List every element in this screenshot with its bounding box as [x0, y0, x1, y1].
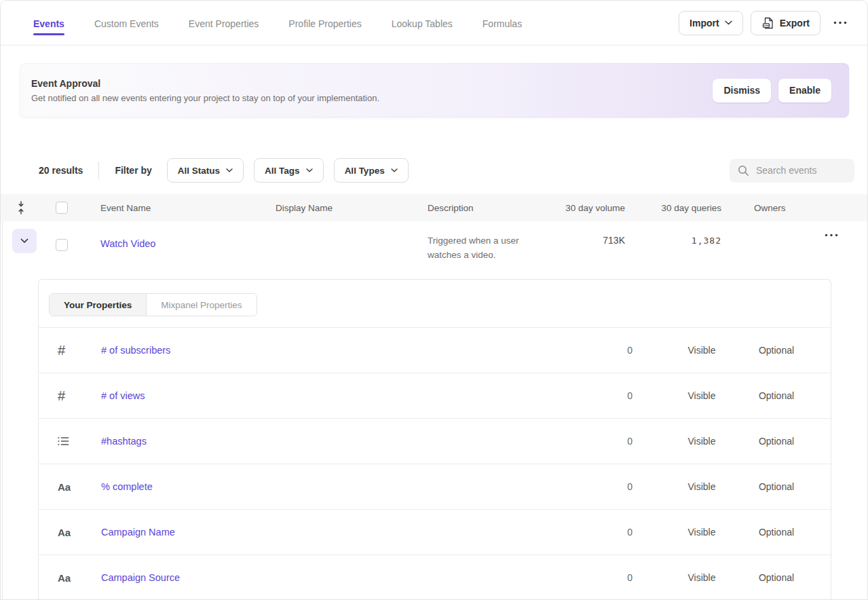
- divider: [98, 162, 99, 179]
- property-visibility: Visible: [681, 436, 722, 447]
- banner-title: Event Approval: [31, 78, 713, 89]
- csv-file-icon: csv: [761, 16, 774, 30]
- left-hairline: [2, 221, 3, 599]
- list-icon: [58, 436, 69, 446]
- export-button-label: Export: [780, 18, 810, 29]
- export-button[interactable]: csv Export: [751, 11, 820, 35]
- ellipsis-icon: [833, 21, 847, 24]
- text-icon: Aa: [58, 481, 71, 493]
- tab-events[interactable]: Events: [33, 3, 64, 43]
- enable-button[interactable]: Enable: [778, 79, 831, 102]
- property-queries: 0: [580, 572, 681, 583]
- search-events-input[interactable]: [756, 165, 846, 176]
- property-visibility: Visible: [681, 345, 722, 356]
- event-table-row: Watch Video Triggered when a user watche…: [1, 221, 867, 269]
- property-requirement: Optional: [722, 572, 831, 583]
- property-queries: 0: [580, 436, 681, 447]
- property-queries: 0: [580, 390, 681, 401]
- property-queries: 0: [580, 527, 681, 538]
- chevron-down-icon: [226, 168, 233, 172]
- column-header-queries[interactable]: 30 day queries: [625, 203, 721, 213]
- event-approval-banner: Event Approval Get notified on all new e…: [20, 63, 849, 117]
- column-header-owners[interactable]: Owners: [721, 203, 867, 213]
- chevron-down-icon: [391, 168, 398, 172]
- top-nav: Events Custom Events Event Properties Pr…: [1, 1, 867, 45]
- event-name-link[interactable]: Watch Video: [100, 238, 155, 249]
- svg-text:csv: csv: [763, 24, 769, 27]
- chevron-down-icon: [20, 238, 29, 244]
- property-name-link[interactable]: #hashtags: [101, 436, 147, 447]
- property-visibility: Visible: [681, 481, 722, 492]
- text-icon: Aa: [58, 572, 71, 584]
- tags-filter-dropdown[interactable]: All Tags: [254, 158, 324, 183]
- property-name-link[interactable]: Campaign Name: [101, 527, 175, 538]
- nav-overflow-button[interactable]: [828, 17, 852, 29]
- text-icon: Aa: [58, 527, 71, 538]
- chevron-down-icon: [725, 20, 732, 25]
- select-all-checkbox[interactable]: [56, 202, 68, 214]
- property-row: #hashtags 0 Visible Optional: [39, 419, 831, 464]
- types-filter-dropdown[interactable]: All Types: [334, 158, 409, 183]
- status-filter-label: All Status: [178, 166, 220, 176]
- number-icon: #: [58, 388, 65, 404]
- tab-custom-events[interactable]: Custom Events: [94, 3, 159, 43]
- column-header-display-name[interactable]: Display Name: [276, 203, 428, 213]
- tab-your-properties[interactable]: Your Properties: [50, 294, 147, 316]
- search-icon: [738, 165, 749, 176]
- properties-tabs: Your Properties Mixpanel Properties: [49, 293, 257, 316]
- property-requirement: Optional: [722, 527, 831, 538]
- search-events-box[interactable]: [730, 159, 854, 183]
- property-visibility: Visible: [681, 572, 722, 583]
- row-checkbox[interactable]: [56, 239, 68, 251]
- events-table-header: Event Name Display Name Description 30 d…: [1, 194, 867, 221]
- property-visibility: Visible: [681, 390, 722, 401]
- property-name-link[interactable]: % complete: [101, 481, 153, 492]
- tab-event-properties[interactable]: Event Properties: [189, 3, 259, 43]
- banner-subtitle: Get notified on all new events entering …: [31, 93, 713, 103]
- property-name-link[interactable]: # of subscribers: [101, 345, 170, 356]
- types-filter-label: All Types: [345, 166, 385, 176]
- filter-by-label: Filter by: [115, 165, 151, 176]
- event-description-line1: Triggered when a user: [428, 234, 556, 248]
- event-description: Triggered when a user watches a video.: [428, 221, 556, 263]
- column-header-description[interactable]: Description: [428, 203, 556, 213]
- event-queries-value: 1,382: [625, 221, 721, 246]
- property-name-link[interactable]: # of views: [101, 390, 145, 401]
- column-header-event-name[interactable]: Event Name: [100, 203, 276, 213]
- property-row: Aa Campaign Name 0 Visible Optional: [39, 510, 831, 555]
- property-requirement: Optional: [722, 390, 831, 401]
- filter-row: 20 results Filter by All Status All Tags…: [39, 158, 854, 183]
- import-button[interactable]: Import: [679, 11, 743, 35]
- event-properties-panel: Your Properties Mixpanel Properties # # …: [38, 279, 831, 600]
- tab-lookup-tables[interactable]: Lookup Tables: [392, 3, 453, 43]
- tab-profile-properties[interactable]: Profile Properties: [288, 3, 361, 43]
- lexicon-events-page: Events Custom Events Event Properties Pr…: [0, 0, 868, 600]
- nav-actions: Import csv Export: [679, 11, 852, 35]
- tags-filter-label: All Tags: [265, 166, 300, 176]
- property-row: # # of subscribers 0 Visible Optional: [39, 328, 831, 373]
- row-expander-button[interactable]: [12, 229, 37, 253]
- tab-formulas[interactable]: Formulas: [483, 3, 522, 43]
- dismiss-button[interactable]: Dismiss: [713, 79, 771, 102]
- property-name-link[interactable]: Campaign Source: [101, 572, 180, 583]
- banner-text: Event Approval Get notified on all new e…: [31, 78, 713, 103]
- properties-list: # # of subscribers 0 Visible Optional # …: [39, 327, 831, 600]
- ellipsis-icon: [825, 233, 838, 237]
- tab-mixpanel-properties[interactable]: Mixpanel Properties: [147, 294, 256, 316]
- event-volume-value: 713K: [556, 221, 625, 246]
- status-filter-dropdown[interactable]: All Status: [167, 158, 244, 183]
- collapse-all-icon[interactable]: [17, 201, 25, 214]
- nav-tabs: Events Custom Events Event Properties Pr…: [33, 3, 679, 43]
- results-count: 20 results: [39, 165, 83, 176]
- import-button-label: Import: [690, 18, 719, 29]
- column-header-volume[interactable]: 30 day volume: [556, 203, 625, 213]
- property-queries: 0: [580, 345, 681, 356]
- property-queries: 0: [580, 481, 681, 492]
- property-requirement: Optional: [722, 436, 831, 447]
- property-row: Aa % complete 0 Visible Optional: [39, 464, 831, 510]
- row-overflow-button[interactable]: [819, 221, 844, 241]
- banner-actions: Dismiss Enable: [713, 79, 831, 102]
- property-row: # # of views 0 Visible Optional: [39, 373, 831, 419]
- property-row: Aa Campaign Source 0 Visible Optional: [39, 555, 831, 600]
- chevron-down-icon: [306, 168, 313, 172]
